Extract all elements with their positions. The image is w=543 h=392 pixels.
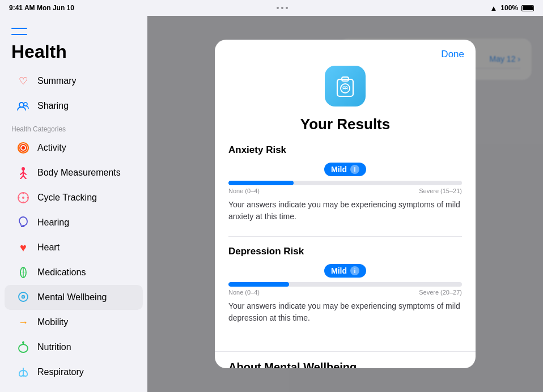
body-measurements-icon	[16, 165, 31, 180]
battery-level: 100%	[500, 4, 518, 12]
depression-badge-label: Mild	[331, 266, 347, 275]
categories-section-label: Health Categories	[0, 118, 147, 135]
app-container: Health ♡ Summary Sharing Health Categori…	[0, 16, 543, 392]
heart-label: Heart	[37, 242, 60, 253]
body-measurements-label: Body Measurements	[37, 168, 121, 178]
sidebar: Health ♡ Summary Sharing Health Categori…	[0, 16, 147, 392]
sidebar-item-summary[interactable]: ♡ Summary	[5, 69, 143, 93]
anxiety-badge-label: Mild	[331, 165, 347, 174]
about-title: About Mental Wellbeing	[228, 361, 462, 368]
svg-line-8	[23, 176, 26, 179]
mental-wellbeing-modal-icon	[325, 66, 366, 106]
anxiety-risk-section: Anxiety Risk Mild i	[228, 144, 462, 223]
anxiety-progress-container	[228, 181, 462, 185]
modal-header: Done	[215, 40, 476, 60]
results-modal: Done	[215, 40, 476, 368]
status-indicators: ▲ 100%	[490, 4, 534, 12]
sidebar-item-nutrition[interactable]: Nutrition	[5, 335, 143, 360]
sidebar-item-mental-wellbeing[interactable]: Mental Wellbeing	[5, 285, 143, 310]
svg-point-0	[19, 103, 24, 107]
mental-wellbeing-label: Mental Wellbeing	[37, 292, 107, 302]
activity-icon	[16, 140, 31, 155]
svg-point-4	[22, 146, 25, 150]
svg-point-12	[22, 197, 24, 199]
sidebar-item-heart[interactable]: ♥ Heart	[5, 235, 143, 260]
modal-body: Anxiety Risk Mild i	[215, 144, 476, 351]
sidebar-header: Health	[0, 25, 147, 69]
svg-line-7	[20, 176, 23, 179]
sidebar-item-mobility[interactable]: → Mobility	[5, 310, 143, 335]
app-title: Health	[11, 42, 136, 62]
anxiety-left-label: None (0–4)	[228, 188, 260, 194]
sharing-label: Sharing	[37, 101, 69, 111]
mobility-icon: →	[16, 315, 31, 330]
depression-progress-bar-bg	[228, 282, 462, 287]
wifi-icon: ▲	[490, 4, 497, 12]
svg-point-14	[23, 202, 24, 203]
nutrition-label: Nutrition	[37, 342, 71, 352]
svg-point-1	[24, 103, 27, 106]
sidebar-item-sharing[interactable]: Sharing	[5, 93, 143, 118]
depression-risk-title: Depression Risk	[228, 246, 462, 257]
anxiety-description: Your answers indicate you may be experie…	[228, 199, 462, 223]
medications-icon	[16, 265, 31, 280]
anxiety-right-label: Severe (15–21)	[419, 188, 462, 194]
anxiety-badge-row: Mild i	[228, 163, 462, 176]
svg-point-16	[27, 197, 29, 199]
nutrition-icon	[16, 340, 31, 355]
depression-progress-labels: None (0–4) Severe (20–27)	[228, 289, 462, 296]
respiratory-label: Respiratory	[37, 367, 84, 377]
mobility-label: Mobility	[37, 317, 68, 327]
medications-label: Medications	[37, 267, 86, 278]
anxiety-progress-bar-bg	[228, 181, 462, 185]
anxiety-mild-badge: Mild i	[324, 163, 366, 176]
sidebar-item-sleep[interactable]: Sleep	[5, 385, 143, 392]
depression-badge-row: Mild i	[228, 264, 462, 278]
hearing-label: Hearing	[37, 218, 69, 228]
sidebar-item-medications[interactable]: Medications	[5, 260, 143, 285]
svg-point-13	[23, 193, 24, 194]
modal-icon-area	[215, 60, 476, 116]
heart-outline-icon: ♡	[16, 74, 31, 88]
depression-progress-container	[228, 282, 462, 287]
svg-point-17	[22, 225, 24, 227]
modal-overlay: Done	[147, 16, 543, 392]
section-divider	[228, 236, 462, 237]
sidebar-item-respiratory[interactable]: Respiratory	[5, 360, 143, 385]
main-content: Risk May 12 › Done	[147, 16, 543, 392]
sidebar-item-cycle-tracking[interactable]: Cycle Tracking	[5, 185, 143, 210]
depression-left-label: None (0–4)	[228, 289, 260, 296]
depression-mild-badge: Mild i	[324, 264, 366, 278]
sidebar-toggle-button[interactable]	[11, 25, 27, 37]
modal-title: Your Results	[215, 116, 476, 144]
svg-point-22	[19, 344, 28, 352]
about-section: About Mental Wellbeing	[215, 351, 476, 368]
status-bar: 9:41 AM Mon Jun 10 ▲ 100%	[0, 0, 543, 16]
sleep-icon	[16, 390, 31, 392]
top-dots	[277, 7, 288, 9]
depression-description: Your answers indicate you may be experie…	[228, 300, 462, 324]
sharing-icon	[16, 99, 31, 113]
battery-icon	[521, 5, 534, 11]
mental-wellbeing-icon	[16, 290, 31, 305]
activity-label: Activity	[37, 143, 66, 153]
depression-info-icon[interactable]: i	[350, 266, 359, 275]
depression-progress-bar-fill	[228, 282, 289, 287]
respiratory-icon	[16, 365, 31, 380]
depression-right-label: Severe (20–27)	[419, 289, 462, 296]
done-button[interactable]: Done	[441, 49, 464, 60]
cycle-tracking-icon	[16, 190, 31, 205]
heart-icon: ♥	[16, 240, 31, 255]
anxiety-risk-title: Anxiety Risk	[228, 144, 462, 156]
svg-point-15	[18, 197, 20, 199]
status-time: 9:41 AM Mon Jun 10	[9, 4, 74, 12]
anxiety-progress-bar-fill	[228, 181, 294, 185]
summary-label: Summary	[37, 76, 76, 86]
hearing-icon	[16, 215, 31, 230]
depression-risk-section: Depression Risk Mild i	[228, 246, 462, 324]
cycle-tracking-label: Cycle Tracking	[37, 193, 97, 203]
sidebar-item-hearing[interactable]: Hearing	[5, 210, 143, 235]
sidebar-item-activity[interactable]: Activity	[5, 135, 143, 160]
anxiety-info-icon[interactable]: i	[350, 165, 359, 174]
sidebar-item-body-measurements[interactable]: Body Measurements	[5, 160, 143, 185]
